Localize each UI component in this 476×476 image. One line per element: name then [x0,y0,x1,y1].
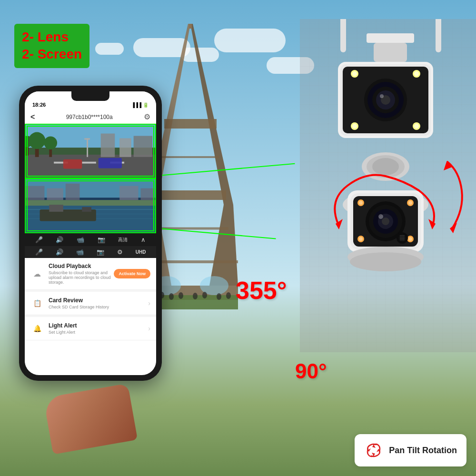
svg-point-102 [408,237,412,241]
controls-bar-1: 🎤 🔊 📹 📷 高清 ∧ [25,233,156,246]
svg-point-17 [178,292,183,299]
svg-point-98 [408,201,412,205]
phone-screen: 18:26 ▐▐▐ 🔋 < 997cb1b0****100a ⚙ [25,91,156,375]
pan-tilt-icon [364,441,383,460]
svg-point-21 [226,292,231,299]
svg-point-31 [44,136,57,149]
svg-point-19 [202,292,207,298]
label-line1: 2- Lens [22,29,82,46]
svg-point-100 [359,237,363,241]
svg-point-96 [359,201,363,205]
svg-rect-40 [99,158,122,169]
cloud-item-title: Cloud Playback [49,263,114,269]
back-button[interactable]: < [30,113,35,121]
signal-icons: ▐▐▐ 🔋 [131,102,149,108]
video-icon-2[interactable]: 📹 [76,248,84,256]
menu-item-card[interactable]: 📋 Card Review Check SD Card Storage Hist… [25,292,156,315]
phone-body: 18:26 ▐▐▐ 🔋 < 997cb1b0****100a ⚙ [19,86,162,381]
svg-rect-80 [436,19,441,52]
cloud-item-subtitle: Subscribe to cloud storage and upload al… [49,270,114,285]
svg-rect-35 [119,138,131,157]
svg-marker-117 [372,445,376,448]
svg-point-110 [350,252,421,271]
controls-bar-2: 🎤 🔊 📹 📷 ⚙ UHD [25,246,156,258]
light-item-title: Light Alert [49,322,148,329]
activate-now-button[interactable]: Activate Now [114,269,150,278]
svg-point-73 [414,71,419,76]
svg-rect-52 [47,188,63,200]
svg-marker-3 [209,205,238,286]
settings-icon-2[interactable]: ⚙ [117,248,123,256]
svg-point-71 [352,71,357,76]
app-header[interactable]: < 997cb1b0****100a ⚙ [25,110,156,124]
svg-rect-34 [101,134,115,157]
svg-marker-118 [372,453,375,456]
degree-90-label: 90° [295,359,327,383]
light-item-text: Light Alert Set Light Alert [49,322,148,335]
mic-icon-2[interactable]: 🎤 [35,248,43,256]
camera-device-area [300,19,462,328]
card-icon: 📋 [30,297,44,310]
vertical-degrees: 90° [295,359,327,383]
degree-355-label: 355° [236,276,287,305]
svg-rect-51 [26,186,44,200]
alert-icon: 🔔 [30,322,44,335]
light-item-subtitle: Set Light Alert [49,330,148,335]
svg-point-75 [352,124,357,129]
camera-feed-2 [25,178,156,233]
svg-rect-59 [367,33,414,43]
svg-rect-36 [134,136,152,157]
svg-rect-4 [164,119,217,129]
svg-rect-53 [66,184,80,200]
svg-point-18 [193,293,198,299]
cloud-item-text: Cloud Playback Subscribe to cloud storag… [49,263,114,285]
pan-tilt-label: Pan Tilt Rotation [389,446,457,456]
card-item-subtitle: Check SD Card Storage History [49,305,148,309]
menu-item-cloud[interactable]: ☁ Cloud Playback Subscribe to cloud stor… [25,258,156,290]
photo-icon-2[interactable]: 📷 [97,248,104,256]
volume-icon-1[interactable]: 🔊 [56,236,63,243]
light-arrow: › [148,325,150,332]
camera-feed-1 [25,124,156,178]
time-display: 18:26 [32,102,46,108]
svg-point-20 [217,293,221,300]
cloud-icon: ☁ [30,267,44,280]
volume-icon-2[interactable]: 🔊 [56,248,63,256]
svg-rect-55 [140,188,155,200]
label-line2: 2- Screen [22,46,82,63]
quality-label-1[interactable]: 高清 [118,237,128,243]
svg-rect-39 [63,159,82,169]
svg-rect-60 [374,43,407,62]
card-item-title: Card Review [49,297,148,304]
svg-rect-54 [119,186,138,200]
svg-rect-26 [82,162,96,164]
device-id-label: 997cb1b0****100a [66,114,113,120]
svg-rect-37 [87,138,88,157]
mic-icon-1[interactable]: 🎤 [35,236,43,243]
menu-section: ☁ Cloud Playback Subscribe to cloud stor… [25,258,156,340]
svg-rect-24 [26,155,155,178]
svg-point-77 [414,124,419,129]
svg-rect-38 [84,138,90,139]
photo-icon-1[interactable]: 📷 [98,236,105,243]
expand-icon-1[interactable]: ∧ [141,236,146,243]
svg-rect-6 [189,24,192,29]
cloud-5 [95,43,124,55]
feature-label-2lens: 2- Lens 2- Screen [14,24,89,68]
card-item-text: Card Review Check SD Card Storage Histor… [49,297,148,309]
pan-tilt-badge: Pan Tilt Rotation [355,434,466,466]
svg-rect-47 [26,200,155,206]
svg-marker-1 [190,24,233,205]
video-icon-1[interactable]: 📹 [77,236,84,243]
svg-rect-78 [340,19,346,52]
settings-button[interactable]: ⚙ [144,112,150,121]
horizontal-degrees: 355° [236,277,287,304]
svg-rect-49 [49,205,63,212]
svg-point-94 [378,214,383,219]
svg-point-84 [372,158,399,175]
svg-point-69 [380,94,384,98]
menu-item-light[interactable]: 🔔 Light Alert Set Light Alert › [25,317,156,340]
quality-label-2[interactable]: UHD [136,249,146,255]
phone-mockup: 18:26 ▐▐▐ 🔋 < 997cb1b0****100a ⚙ [19,86,171,409]
card-arrow: › [148,299,150,307]
